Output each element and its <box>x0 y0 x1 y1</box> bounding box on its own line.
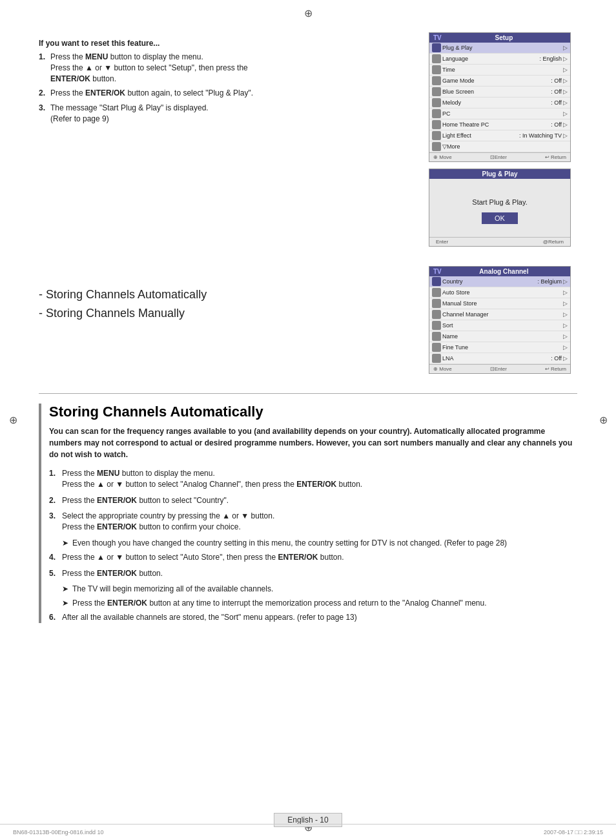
storing-steps-list: 1. Press the MENU button to display the … <box>49 468 577 533</box>
time-icon <box>432 65 441 74</box>
setup-row-light-effect: Light Effect : In Watching TV ▷ <box>429 130 570 141</box>
country-icon <box>432 277 441 286</box>
main-content: If you want to reset this feature... 1. … <box>32 26 584 637</box>
start-plug-play-text: Start Plug & Play. <box>472 198 527 206</box>
setup-row-home-theatre: Home Theatre PC : Off ▷ <box>429 119 570 130</box>
storing-step-4: 4. Press the ▲ or ▼ button to select "Au… <box>49 552 577 563</box>
reset-title: If you want to reset this feature... <box>39 39 416 48</box>
setup-row-blue-screen: Blue Screen : Off ▷ <box>429 87 570 97</box>
analog-row-auto-store: Auto Store ▷ <box>429 287 570 298</box>
heading-auto: - Storing Channels Automatically <box>39 285 416 304</box>
reset-steps: 1. Press the MENU button to display the … <box>39 52 416 125</box>
setup-menu-header: TV Setup <box>429 33 570 43</box>
storing-step-5: 5. Press the ENTER/OK button. <box>49 568 577 579</box>
setup-footer-enter: ⊡Enter <box>490 154 507 160</box>
analog-channel-menu-area: TV Analog Channel Country : Belgium ▷ Au… <box>429 266 577 374</box>
blue-screen-icon <box>432 87 441 96</box>
setup-row-plug-play: Plug & Play ▷ <box>429 43 570 54</box>
plug-play-header: Plug & Play <box>429 169 570 179</box>
setup-row-more: ▽More <box>429 141 570 152</box>
storing-channels-section: Storing Channels Automatically You can s… <box>39 404 577 623</box>
bottom-left-text: BN68-01313B-00Eng-0816.indd 10 <box>13 829 104 835</box>
analog-row-sort: Sort ▷ <box>429 320 570 331</box>
light-effect-icon <box>432 131 441 140</box>
reset-step-3: 3. The message "Start Plug & Play" is di… <box>39 103 416 125</box>
analog-footer-enter: ⊡Enter <box>490 366 507 372</box>
top-section: If you want to reset this feature... 1. … <box>39 32 577 247</box>
storing-note-5b: ➤ Press the ENTER/OK button at any time … <box>49 598 577 609</box>
reset-step-1: 1. Press the MENU button to display the … <box>39 52 416 84</box>
home-theatre-icon <box>432 120 441 129</box>
arrow-icon-2: ➤ <box>62 584 72 595</box>
setup-row-language: Language : English ▷ <box>429 54 570 65</box>
analog-menu-footer: ⊕ Move ⊡Enter ↩ Return <box>429 364 570 373</box>
language-icon <box>432 54 441 63</box>
analog-row-name: Name ▷ <box>429 331 570 342</box>
setup-tv-label: TV <box>433 34 442 41</box>
more-icon <box>432 142 441 151</box>
bottom-right-text: 2007-08-17 □□ 2:39:15 <box>544 829 603 835</box>
storing-section-title: Storing Channels Automatically <box>49 404 577 420</box>
storing-note-5a: ➤ The TV will begin memorizing all of th… <box>49 584 577 595</box>
reg-mark-tr <box>598 6 610 18</box>
setup-row-game-mode: Game Mode : Off ▷ <box>429 76 570 87</box>
crosshair-right: ⊕ <box>597 414 610 427</box>
plug-play-footer-return: @Return <box>543 239 564 245</box>
analog-row-lna: LNA : Off ▷ <box>429 353 570 364</box>
sort-icon <box>432 321 441 330</box>
storing-steps-list-3: 6. After all the available channels are … <box>49 612 577 623</box>
pc-icon <box>432 109 441 118</box>
name-icon <box>432 332 441 341</box>
analog-menu-header: TV Analog Channel <box>429 267 570 276</box>
setup-menu-box: TV Setup Plug & Play ▷ Language : Englis… <box>429 32 571 162</box>
storing-step-6: 6. After all the available channels are … <box>49 612 577 623</box>
section-divider <box>39 393 577 394</box>
plug-play-icon <box>432 43 441 52</box>
melody-icon <box>432 98 441 107</box>
reset-step-2: 2. Press the ENTER/OK button again, to s… <box>39 88 416 99</box>
plug-play-box: Plug & Play Start Plug & Play. OK Enter … <box>429 169 571 247</box>
analog-row-fine-tune: Fine Tune ▷ <box>429 342 570 353</box>
heading-manual: - Storing Channels Manually <box>39 304 416 323</box>
storing-step-2: 2. Press the ENTER/OK button to select "… <box>49 495 577 506</box>
ok-button[interactable]: OK <box>482 212 518 224</box>
crosshair-top: ⊕ <box>302 6 314 19</box>
reset-instructions: If you want to reset this feature... 1. … <box>39 32 416 247</box>
analog-row-manual-store: Manual Store ▷ <box>429 298 570 309</box>
storing-steps-list-2: 4. Press the ▲ or ▼ button to select "Au… <box>49 552 577 579</box>
lna-icon <box>432 354 441 363</box>
setup-row-melody: Melody : Off ▷ <box>429 97 570 108</box>
setup-footer-move: ⊕ Move <box>433 154 452 160</box>
arrow-icon-3: ➤ <box>62 598 72 609</box>
plug-play-footer: Enter @Return <box>429 237 570 246</box>
analog-channel-menu-box: TV Analog Channel Country : Belgium ▷ Au… <box>429 266 571 374</box>
storing-note-3: ➤ Even though you have changed the count… <box>49 538 577 549</box>
channel-manager-icon <box>432 310 441 319</box>
storing-step-3: 3. Select the appropriate country by pre… <box>49 511 577 533</box>
analog-row-country: Country : Belgium ▷ <box>429 276 570 287</box>
setup-menu-title: Setup <box>495 34 513 41</box>
fine-tune-icon <box>432 343 441 352</box>
setup-row-time: Time ▷ <box>429 65 570 76</box>
setup-row-pc: PC ▷ <box>429 108 570 119</box>
analog-footer-return: ↩ Return <box>545 366 566 372</box>
analog-tv-label: TV <box>433 268 442 275</box>
storing-step-1: 1. Press the MENU button to display the … <box>49 468 577 490</box>
analog-menu-title: Analog Channel <box>479 268 528 275</box>
storing-intro: You can scan for the frequency ranges av… <box>49 425 577 460</box>
setup-footer-return: ↩ Return <box>545 154 566 160</box>
middle-section: - Storing Channels Automatically - Stori… <box>39 266 577 374</box>
top-right-menus: TV Setup Plug & Play ▷ Language : Englis… <box>429 32 577 247</box>
arrow-icon-1: ➤ <box>62 538 72 549</box>
bottom-bar: BN68-01313B-00Eng-0816.indd 10 2007-08-1… <box>0 824 616 840</box>
analog-footer-move: ⊕ Move <box>433 366 452 372</box>
reg-mark-tl <box>6 6 18 18</box>
channels-headings: - Storing Channels Automatically - Stori… <box>39 266 416 323</box>
plug-play-footer-enter: Enter <box>436 239 448 245</box>
crosshair-left: ⊕ <box>6 414 19 427</box>
auto-store-icon <box>432 288 441 297</box>
game-mode-icon <box>432 76 441 85</box>
manual-store-icon <box>432 299 441 308</box>
setup-menu-footer: ⊕ Move ⊡Enter ↩ Return <box>429 152 570 161</box>
plug-play-body: Start Plug & Play. OK <box>429 179 570 237</box>
